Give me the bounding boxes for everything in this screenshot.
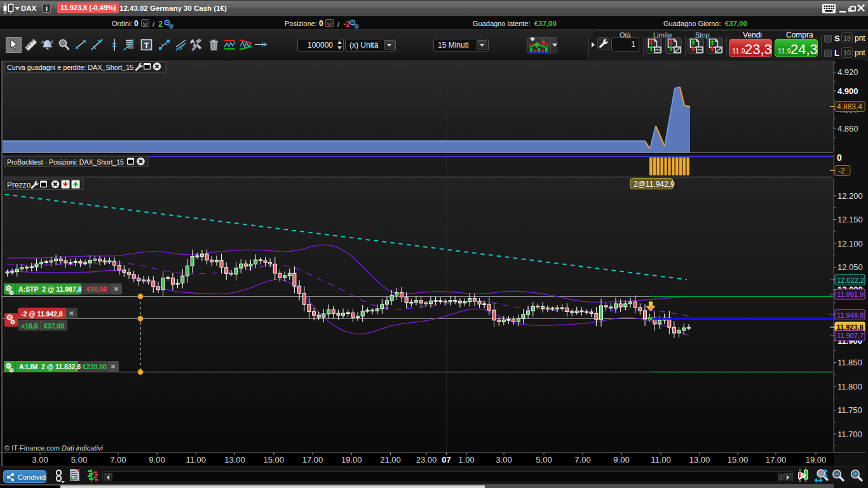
svg-text:3.00: 3.00 [496, 455, 512, 464]
svg-text:€220,00: €220,00 [83, 363, 107, 370]
svg-text:17.00: 17.00 [302, 455, 323, 464]
svg-text:11.923,8: 11.923,8 [837, 323, 864, 331]
svg-text:11.907,7: 11.907,7 [837, 332, 864, 339]
svg-text:19.00: 19.00 [806, 455, 827, 464]
svg-text:7.00: 7.00 [574, 455, 590, 464]
svg-text:11.750: 11.750 [837, 405, 862, 415]
svg-text:⚙: ⚙ [354, 23, 360, 29]
svg-text:3.00: 3.00 [32, 455, 48, 464]
svg-text:19.00: 19.00 [341, 455, 362, 464]
svg-text:12.150: 12.150 [837, 215, 863, 224]
svg-text:⚙: ⚙ [9, 367, 14, 374]
svg-text:4.860: 4.860 [837, 124, 858, 133]
svg-text:ProBacktest - Posizioni: DAX_S: ProBacktest - Posizioni: DAX_Short_15 [7, 158, 124, 166]
svg-text:15.00: 15.00 [264, 455, 285, 464]
svg-text:4.920: 4.920 [837, 67, 858, 77]
svg-text:© IT-Finance.com Dati indicati: © IT-Finance.com Dati indicativi [4, 444, 103, 452]
svg-text:⚙: ⚙ [10, 318, 15, 325]
svg-text:23.00: 23.00 [416, 455, 437, 464]
svg-text:13.00: 13.00 [224, 455, 245, 464]
svg-text:11.850: 11.850 [837, 358, 862, 367]
svg-text:€37,00: €37,00 [44, 322, 64, 330]
svg-text:0: 0 [837, 152, 842, 163]
svg-text:9.00: 9.00 [613, 455, 629, 464]
svg-text:15.00: 15.00 [728, 455, 749, 464]
svg-text:11.949,8: 11.949,8 [837, 311, 864, 319]
svg-text:11.00: 11.00 [186, 455, 207, 464]
svg-text:5.00: 5.00 [536, 455, 552, 464]
svg-text:12.100: 12.100 [837, 239, 863, 248]
svg-text:11.700: 11.700 [837, 430, 862, 439]
svg-text:Curva guadagni e perdite: DAX_: Curva guadagni e perdite: DAX_Short_15 [7, 64, 133, 71]
svg-text:4.883,4: 4.883,4 [837, 102, 862, 111]
svg-text:1.00: 1.00 [458, 455, 474, 464]
svg-text:12.200: 12.200 [837, 191, 863, 201]
svg-text:5.00: 5.00 [71, 455, 87, 464]
svg-text:-2: -2 [838, 166, 845, 175]
svg-text:11.800: 11.800 [837, 382, 862, 391]
svg-text:21.00: 21.00 [380, 455, 401, 464]
svg-text:⚙: ⚙ [9, 290, 14, 296]
svg-text:⚙: ⚙ [168, 23, 174, 29]
svg-text:Prezzo: Prezzo [7, 180, 31, 189]
svg-text:-€90,00: -€90,00 [85, 285, 107, 293]
svg-text:07: 07 [442, 455, 451, 464]
svg-text:12.022,2: 12.022,2 [837, 276, 864, 284]
svg-text:12.050: 12.050 [837, 262, 863, 272]
svg-text:+18,5: +18,5 [21, 322, 38, 330]
svg-text:-2 @ 11.942,8: -2 @ 11.942,8 [21, 310, 63, 318]
svg-text:17.00: 17.00 [766, 455, 787, 464]
svg-text:A:STP 2 @ 11.987,8: A:STP 2 @ 11.987,8 [18, 285, 82, 293]
svg-text:7.00: 7.00 [110, 455, 126, 464]
svg-text:11.991,9: 11.991,9 [837, 290, 864, 298]
svg-text:9.00: 9.00 [149, 455, 165, 464]
svg-text:A:LIM 2 @ 11.832,8: A:LIM 2 @ 11.832,8 [19, 363, 81, 370]
svg-text:13.00: 13.00 [689, 455, 710, 464]
svg-text:2@11.942,9: 2@11.942,9 [634, 180, 675, 189]
svg-text:4.900: 4.900 [837, 86, 858, 96]
svg-text:11.00: 11.00 [651, 455, 671, 464]
svg-text:T: T [144, 41, 149, 50]
